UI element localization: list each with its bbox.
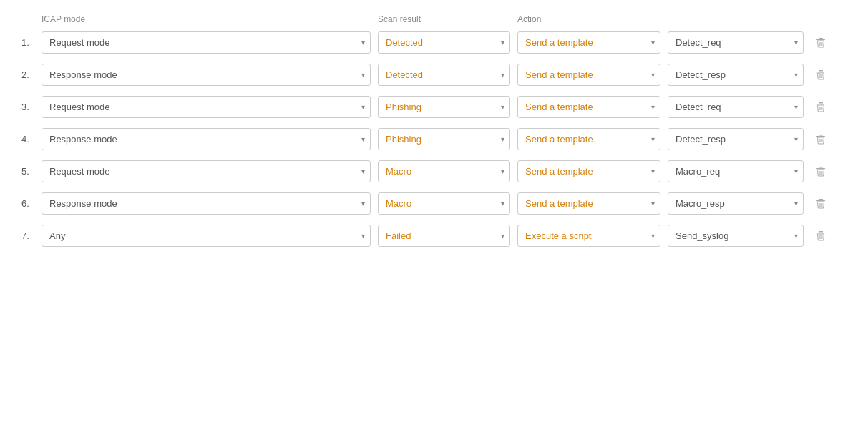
scan-result-wrapper: DetectedPhishingMacroFailed▾ [378, 31, 510, 54]
template-select[interactable]: Detect_reqDetect_respMacro_reqMacro_resp… [668, 64, 804, 86]
scan-result-wrapper: DetectedPhishingMacroFailed▾ [378, 128, 510, 150]
icap-mode-wrapper: Request modeResponse modeAny▾ [42, 192, 371, 215]
scan-result-select[interactable]: DetectedPhishingMacroFailed [378, 225, 510, 247]
scan-result-select[interactable]: DetectedPhishingMacroFailed [378, 192, 510, 215]
template-wrapper: Detect_reqDetect_respMacro_reqMacro_resp… [668, 192, 804, 215]
rules-container: 1.Request modeResponse modeAny▾DetectedP… [21, 31, 847, 247]
header-action: Action [517, 14, 660, 24]
table-row: 7.Request modeResponse modeAny▾DetectedP… [21, 225, 847, 247]
svg-rect-5 [819, 70, 823, 72]
scan-result-wrapper: DetectedPhishingMacroFailed▾ [378, 225, 510, 247]
svg-rect-0 [819, 38, 823, 39]
svg-rect-6 [816, 72, 825, 72]
svg-rect-16 [816, 136, 825, 137]
scan-result-select[interactable]: DetectedPhishingMacroFailed [378, 31, 510, 54]
svg-rect-1 [816, 39, 825, 40]
trash-icon [815, 166, 826, 177]
row-number: 2. [21, 69, 42, 80]
delete-button[interactable] [811, 228, 831, 245]
trash-icon [815, 198, 826, 210]
scan-result-select[interactable]: DetectedPhishingMacroFailed [378, 96, 510, 118]
template-select[interactable]: Detect_reqDetect_respMacro_reqMacro_resp… [668, 160, 804, 182]
table-header: ICAP mode Scan result Action [21, 14, 847, 24]
action-select[interactable]: Send a templateExecute a script [517, 64, 660, 86]
row-number: 6. [21, 198, 42, 209]
trash-icon [815, 69, 826, 81]
icap-mode-select[interactable]: Request modeResponse modeAny [42, 160, 371, 182]
row-number: 1. [21, 37, 42, 48]
action-select[interactable]: Send a templateExecute a script [517, 31, 660, 54]
svg-rect-10 [819, 102, 823, 104]
template-wrapper: Detect_reqDetect_respMacro_reqMacro_resp… [668, 31, 804, 54]
template-wrapper: Detect_reqDetect_respMacro_reqMacro_resp… [668, 64, 804, 86]
svg-rect-26 [816, 200, 825, 201]
action-wrapper: Send a templateExecute a script▾ [517, 128, 660, 150]
scan-result-select[interactable]: DetectedPhishingMacroFailed [378, 64, 510, 86]
template-wrapper: Detect_reqDetect_respMacro_reqMacro_resp… [668, 128, 804, 150]
scan-result-select[interactable]: DetectedPhishingMacroFailed [378, 128, 510, 150]
icap-mode-wrapper: Request modeResponse modeAny▾ [42, 31, 371, 54]
trash-icon [815, 134, 826, 145]
table-row: 1.Request modeResponse modeAny▾DetectedP… [21, 31, 847, 54]
row-number: 3. [21, 102, 42, 112]
scan-result-wrapper: DetectedPhishingMacroFailed▾ [378, 64, 510, 86]
table-row: 5.Request modeResponse modeAny▾DetectedP… [21, 160, 847, 182]
template-select[interactable]: Detect_reqDetect_respMacro_reqMacro_resp… [668, 96, 804, 118]
delete-button[interactable] [811, 163, 831, 180]
icap-mode-select[interactable]: Request modeResponse modeAny [42, 64, 371, 86]
row-number: 7. [21, 230, 42, 241]
table-row: 4.Request modeResponse modeAny▾DetectedP… [21, 128, 847, 150]
template-select[interactable]: Detect_reqDetect_respMacro_reqMacro_resp… [668, 225, 804, 247]
svg-rect-11 [816, 104, 825, 104]
icap-mode-select[interactable]: Request modeResponse modeAny [42, 128, 371, 150]
delete-button[interactable] [811, 131, 831, 148]
template-select[interactable]: Detect_reqDetect_respMacro_reqMacro_resp… [668, 192, 804, 215]
table-row: 3.Request modeResponse modeAny▾DetectedP… [21, 96, 847, 118]
delete-button[interactable] [811, 99, 831, 116]
svg-rect-20 [819, 167, 823, 168]
row-number: 4. [21, 134, 42, 145]
template-wrapper: Detect_reqDetect_respMacro_reqMacro_resp… [668, 96, 804, 118]
template-wrapper: Detect_reqDetect_respMacro_reqMacro_resp… [668, 225, 804, 247]
trash-icon [815, 230, 826, 242]
svg-rect-21 [816, 168, 825, 169]
delete-button[interactable] [811, 67, 831, 84]
icap-mode-select[interactable]: Request modeResponse modeAny [42, 31, 371, 54]
header-icap-mode: ICAP mode [42, 14, 371, 24]
delete-button[interactable] [811, 34, 831, 52]
svg-rect-30 [819, 231, 823, 233]
svg-rect-31 [816, 233, 825, 233]
action-wrapper: Send a templateExecute a script▾ [517, 64, 660, 86]
svg-rect-15 [819, 135, 823, 136]
table-row: 6.Request modeResponse modeAny▾DetectedP… [21, 192, 847, 215]
action-select[interactable]: Send a templateExecute a script [517, 160, 660, 182]
action-wrapper: Send a templateExecute a script▾ [517, 192, 660, 215]
header-scan-result: Scan result [378, 14, 510, 24]
action-wrapper: Send a templateExecute a script▾ [517, 225, 660, 247]
scan-result-select[interactable]: DetectedPhishingMacroFailed [378, 160, 510, 182]
action-select[interactable]: Send a templateExecute a script [517, 192, 660, 215]
icap-mode-wrapper: Request modeResponse modeAny▾ [42, 96, 371, 118]
action-wrapper: Send a templateExecute a script▾ [517, 31, 660, 54]
icap-mode-select[interactable]: Request modeResponse modeAny [42, 96, 371, 118]
icap-mode-wrapper: Request modeResponse modeAny▾ [42, 225, 371, 247]
row-number: 5. [21, 166, 42, 177]
scan-result-wrapper: DetectedPhishingMacroFailed▾ [378, 192, 510, 215]
action-select[interactable]: Send a templateExecute a script [517, 128, 660, 150]
template-select[interactable]: Detect_reqDetect_respMacro_reqMacro_resp… [668, 128, 804, 150]
template-select[interactable]: Detect_reqDetect_respMacro_reqMacro_resp… [668, 31, 804, 54]
svg-rect-25 [819, 199, 823, 200]
action-wrapper: Send a templateExecute a script▾ [517, 160, 660, 182]
action-wrapper: Send a templateExecute a script▾ [517, 96, 660, 118]
icap-mode-select[interactable]: Request modeResponse modeAny [42, 192, 371, 215]
icap-mode-select[interactable]: Request modeResponse modeAny [42, 225, 371, 247]
delete-button[interactable] [811, 195, 831, 212]
scan-result-wrapper: DetectedPhishingMacroFailed▾ [378, 96, 510, 118]
action-select[interactable]: Send a templateExecute a script [517, 225, 660, 247]
scan-result-wrapper: DetectedPhishingMacroFailed▾ [378, 160, 510, 182]
action-select[interactable]: Send a templateExecute a script [517, 96, 660, 118]
template-wrapper: Detect_reqDetect_respMacro_reqMacro_resp… [668, 160, 804, 182]
icap-mode-wrapper: Request modeResponse modeAny▾ [42, 128, 371, 150]
icap-mode-wrapper: Request modeResponse modeAny▾ [42, 160, 371, 182]
table-row: 2.Request modeResponse modeAny▾DetectedP… [21, 64, 847, 86]
